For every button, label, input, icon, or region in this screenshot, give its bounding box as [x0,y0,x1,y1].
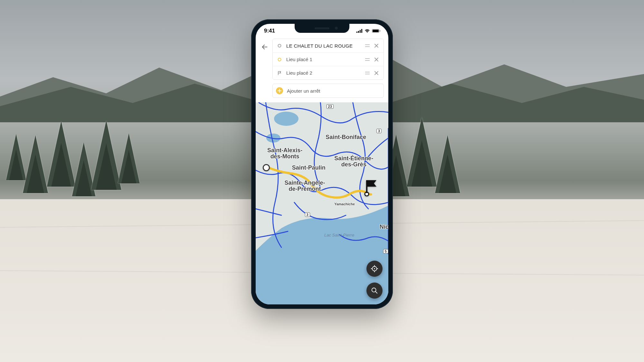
status-time: 9:41 [264,28,275,34]
drag-handle-icon[interactable] [363,71,372,75]
add-stop-label: Ajouter un arrêt [283,88,320,94]
svg-rect-6 [380,30,380,32]
back-button[interactable] [260,42,269,51]
route-end-flag[interactable] [364,179,378,196]
close-icon [374,43,379,48]
route-start-marker[interactable] [263,164,270,171]
svg-point-21 [374,268,375,269]
stop-row-2[interactable]: Lieu placé 2 [273,66,384,79]
plus-circle-icon [276,87,283,94]
wifi-icon [365,29,370,33]
close-icon [374,71,379,75]
map-view[interactable]: Saint-BonifaceSaint-Alexis-des-MontsSain… [256,100,388,304]
stop-row-0[interactable]: LE CHALET DU LAC ROUGE [273,39,384,52]
svg-point-10 [278,58,281,61]
stop-row-1[interactable]: Lieu placé 1 [273,52,384,66]
locate-me-button[interactable] [366,261,383,277]
clear-stop-button[interactable] [372,71,381,75]
battery-icon [372,29,381,33]
stop-label: Lieu placé 2 [283,70,363,76]
add-stop-button[interactable]: Ajouter un arrêt [272,84,384,98]
circle-hollow-icon [276,44,283,48]
flag-outline-icon [276,71,283,75]
close-icon [374,57,379,62]
drag-handle-icon[interactable] [363,44,372,48]
drag-handle-icon[interactable] [363,58,372,61]
phone-frame: 9:41 [251,19,393,309]
phone-notch [295,24,349,33]
svg-rect-0 [356,32,357,33]
stop-label: Lieu placé 1 [283,57,363,62]
route-panel: LE CHALET DU LAC ROUGE Lieu placé 1 Lieu… [256,38,388,102]
svg-rect-3 [361,29,362,33]
svg-point-7 [278,44,281,47]
map-search-button[interactable] [366,283,383,299]
phone-screen: 9:41 [256,24,388,304]
arrow-left-icon [261,43,268,51]
search-icon [371,287,378,294]
svg-rect-5 [373,30,379,32]
svg-rect-1 [358,31,359,33]
clear-stop-button[interactable] [372,57,381,62]
crosshair-icon [371,265,378,273]
stop-label: LE CHALET DU LAC ROUGE [283,43,363,49]
svg-line-27 [375,292,377,293]
clear-stop-button[interactable] [372,43,381,48]
svg-point-16 [274,112,298,126]
cellular-icon [356,29,363,33]
svg-rect-2 [360,30,361,33]
circle-hollow-accent-icon [276,58,283,61]
stops-list: LE CHALET DU LAC ROUGE Lieu placé 1 Lieu… [272,39,384,80]
